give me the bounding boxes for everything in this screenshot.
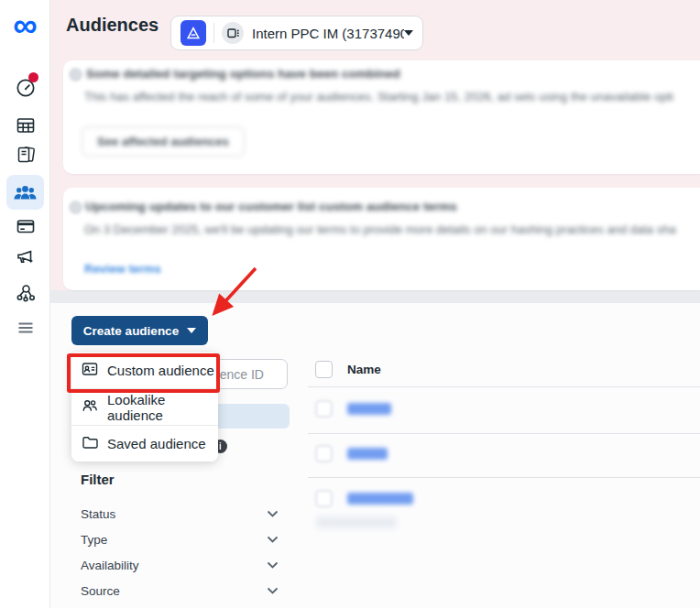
select-all-checkbox[interactable] xyxy=(315,361,333,378)
table-divider xyxy=(308,433,700,434)
banner-bullet-icon xyxy=(69,201,82,214)
credit-card-icon xyxy=(15,215,37,237)
table-divider xyxy=(308,477,700,478)
sidebar-item-ads-reporting[interactable] xyxy=(6,137,44,172)
meta-logo[interactable]: ∞ xyxy=(4,2,47,48)
menu-item-custom-audience[interactable]: Custom audience xyxy=(71,353,218,388)
account-selector[interactable]: Intern PPC IM (31737490... xyxy=(170,16,423,50)
table-icon xyxy=(15,114,37,136)
account-name: Intern PPC IM (31737490... xyxy=(252,26,404,41)
sidebar-item-business-structure[interactable] xyxy=(6,276,44,310)
chevron-down-icon xyxy=(267,561,279,569)
column-header-name: Name xyxy=(347,363,381,376)
chevron-down-icon xyxy=(267,510,279,517)
banner-body: On 3 December 2025, we'll be updating ou… xyxy=(84,223,676,236)
row-checkbox[interactable] xyxy=(315,445,333,462)
filter-heading: Filter xyxy=(81,472,115,487)
create-audience-menu: Custom audience Lookalike audience Save xyxy=(71,353,218,461)
menu-item-lookalike-audience[interactable]: Lookalike audience xyxy=(71,389,218,425)
redacted-content xyxy=(316,516,397,528)
chevron-down-icon xyxy=(187,328,196,333)
section-divider-band xyxy=(50,290,700,303)
filter-label: Type xyxy=(81,533,107,547)
reports-icon xyxy=(15,144,37,166)
notification-dot xyxy=(28,72,38,82)
banner-terms-update: Upcoming updates to our customer list cu… xyxy=(63,188,700,290)
audience-name-link[interactable] xyxy=(347,493,413,505)
filter-label: Source xyxy=(81,584,120,598)
sidebar-item-audiences[interactable] xyxy=(6,175,44,210)
page-title: Audiences xyxy=(66,15,159,36)
table-divider xyxy=(308,386,700,387)
audiences-page: ∞ xyxy=(0,0,700,608)
filter-label: Status xyxy=(81,507,115,521)
banner-detailed-targeting: Some detailed targeting options have bee… xyxy=(63,60,700,174)
org-chart-icon xyxy=(15,282,37,304)
audience-name-link[interactable] xyxy=(347,403,391,415)
menu-icon xyxy=(15,317,37,339)
audience-name-link[interactable] xyxy=(347,448,388,460)
banner-bullet-icon xyxy=(69,68,82,81)
chip-divider xyxy=(213,23,214,43)
menu-item-label: Custom audience xyxy=(107,363,214,378)
ads-manager-logo-icon xyxy=(180,20,206,46)
sidebar-item-advertise[interactable] xyxy=(6,239,44,274)
create-audience-label: Create audience xyxy=(83,324,179,338)
filter-availability[interactable]: Availability xyxy=(81,554,279,576)
audiences-icon xyxy=(13,183,38,201)
menu-item-label: Saved audience xyxy=(107,436,206,451)
menu-item-label: Lookalike audience xyxy=(107,392,218,423)
menu-item-saved-audience[interactable]: Saved audience xyxy=(71,426,218,461)
filter-status[interactable]: Status xyxy=(81,503,279,525)
banner-title: Some detailed targeting options have bee… xyxy=(86,67,400,81)
megaphone-icon xyxy=(15,245,37,267)
chevron-down-icon xyxy=(267,587,279,594)
filter-source[interactable]: Source xyxy=(81,580,279,602)
row-checkbox[interactable] xyxy=(315,400,333,418)
lookalike-audience-icon xyxy=(82,397,98,417)
review-terms-link[interactable]: Review terms xyxy=(84,262,161,276)
custom-audience-icon xyxy=(82,361,98,380)
business-portfolio-icon xyxy=(222,22,244,44)
banner-title: Upcoming updates to our customer list cu… xyxy=(85,200,457,213)
saved-audience-icon xyxy=(82,434,98,453)
filter-label: Availability xyxy=(81,559,139,572)
filter-type[interactable]: Type xyxy=(81,528,279,550)
see-affected-audiences-button[interactable]: See affected audiences xyxy=(82,126,245,157)
sidebar-item-all-tools[interactable] xyxy=(6,310,44,345)
chevron-down-icon xyxy=(404,30,413,36)
sidebar: ∞ xyxy=(0,0,50,608)
chevron-down-icon xyxy=(267,536,279,543)
row-checkbox[interactable] xyxy=(315,490,333,507)
create-audience-button[interactable]: Create audience xyxy=(71,316,208,345)
banner-body: This has affected the reach of some of y… xyxy=(84,90,673,103)
